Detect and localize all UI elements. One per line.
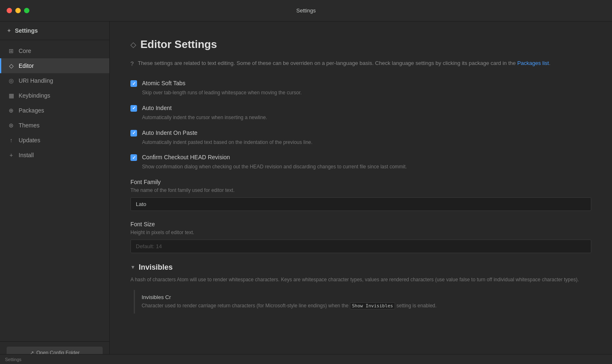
sub-setting-invisibles-cr: Invisibles Cr Character used to render c…: [134, 290, 591, 314]
page-title: Editor Settings: [140, 38, 217, 51]
sidebar-item-label: Updates: [19, 137, 40, 144]
sidebar-item-install[interactable]: + Install: [0, 148, 109, 163]
invisibles-title: Invisibles: [139, 263, 173, 272]
settings-icon: ✦: [7, 27, 12, 34]
confirm-checkout-label: Confirm Checkout HEAD Revision: [142, 154, 230, 160]
info-text: These settings are related to text editi…: [138, 60, 516, 66]
setting-confirm-checkout: Confirm Checkout HEAD Revision Show conf…: [130, 154, 591, 170]
confirm-checkout-description: Show confirmation dialog when checking o…: [130, 163, 591, 170]
font-family-input[interactable]: [130, 197, 591, 211]
auto-indent-checkbox[interactable]: [130, 105, 137, 112]
checkbox-row: Auto Indent On Paste: [130, 129, 591, 136]
sidebar-nav: ⊞ Core ◇ Editor ◎ URI Handling ▦ Keybind…: [0, 40, 109, 341]
atomic-soft-tabs-checkbox[interactable]: [130, 80, 137, 87]
status-bar-text: Settings: [5, 357, 22, 362]
sidebar-item-keybindings[interactable]: ▦ Keybindings: [0, 88, 109, 103]
updates-icon: ↑: [8, 137, 14, 144]
invisibles-cr-label: Invisibles Cr: [142, 294, 585, 300]
info-block: ? These settings are related to text edi…: [130, 59, 591, 68]
invisibles-cr-text-before: Character used to render carriage return…: [142, 303, 349, 309]
sidebar-item-label: Install: [19, 152, 34, 158]
sidebar-header: ✦ Settings: [0, 22, 109, 40]
sidebar-item-label: Editor: [19, 62, 34, 69]
checkbox-row: Atomic Soft Tabs: [130, 80, 591, 87]
sidebar-item-editor[interactable]: ◇ Editor: [0, 58, 109, 73]
traffic-lights: [7, 8, 29, 13]
maximize-button[interactable]: [24, 8, 29, 13]
auto-indent-description: Automatically indent the cursor when ins…: [130, 114, 591, 121]
sidebar-item-packages[interactable]: ⊕ Packages: [0, 103, 109, 118]
font-family-description: The name of the font family used for edi…: [130, 187, 591, 194]
sidebar-item-updates[interactable]: ↑ Updates: [0, 133, 109, 148]
close-button[interactable]: [7, 8, 12, 13]
sidebar-item-themes[interactable]: ⊛ Themes: [0, 118, 109, 133]
sidebar-item-label: Themes: [19, 122, 40, 129]
main-content: ◇ Editor Settings ? These settings are r…: [110, 22, 612, 364]
packages-link[interactable]: Packages list: [517, 60, 549, 66]
auto-indent-on-paste-description: Automatically indent pasted text based o…: [130, 139, 591, 146]
keybindings-icon: ▦: [8, 92, 14, 99]
status-bar: Settings: [0, 354, 612, 364]
font-family-label: Font Family: [130, 179, 591, 185]
setting-auto-indent: Auto Indent Automatically indent the cur…: [130, 105, 591, 121]
sidebar-item-label: Keybindings: [19, 92, 50, 99]
editor-settings-icon: ◇: [130, 40, 136, 49]
atomic-soft-tabs-label: Atomic Soft Tabs: [142, 80, 186, 86]
install-icon: +: [8, 152, 14, 158]
setting-font-family: Font Family The name of the font family …: [130, 179, 591, 211]
confirm-checkout-checkbox[interactable]: [130, 154, 137, 161]
invisibles-chevron-icon: ▼: [130, 264, 135, 270]
sidebar-item-core[interactable]: ⊞ Core: [0, 43, 109, 58]
window-chrome: Settings: [0, 0, 612, 22]
font-size-description: Height in pixels of editor text.: [130, 229, 591, 236]
invisibles-cr-description: Character used to render carriage return…: [142, 302, 585, 310]
show-invisibles-code: Show Invisibles: [350, 302, 395, 309]
auto-indent-on-paste-checkbox[interactable]: [130, 130, 137, 136]
editor-icon: ◇: [8, 62, 14, 69]
sidebar-item-label: Core: [19, 48, 31, 54]
checkbox-row: Auto Indent: [130, 105, 591, 112]
setting-auto-indent-on-paste: Auto Indent On Paste Automatically inden…: [130, 129, 591, 146]
setting-atomic-soft-tabs: Atomic Soft Tabs Skip over tab-length ru…: [130, 80, 591, 96]
invisibles-cr-text-after: setting is enabled.: [397, 303, 437, 309]
atomic-soft-tabs-description: Skip over tab-length runs of leading whi…: [130, 89, 591, 96]
minimize-button[interactable]: [15, 8, 21, 13]
page-header: ◇ Editor Settings: [130, 38, 591, 51]
sidebar-item-label: Packages: [19, 107, 44, 114]
checkbox-row: Confirm Checkout HEAD Revision: [130, 154, 591, 161]
sidebar-item-label: URI Handling: [19, 77, 53, 84]
sidebar-item-uri-handling[interactable]: ◎ URI Handling: [0, 73, 109, 88]
themes-icon: ⊛: [8, 122, 14, 129]
sidebar-title: Settings: [15, 27, 38, 34]
info-icon: ?: [130, 60, 134, 68]
core-icon: ⊞: [8, 48, 14, 54]
info-text-container: These settings are related to text editi…: [138, 59, 551, 67]
font-size-label: Font Size: [130, 221, 591, 228]
app-layout: ✦ Settings ⊞ Core ◇ Editor ◎ URI Handlin…: [0, 22, 612, 364]
packages-icon: ⊕: [8, 107, 14, 114]
invisibles-description: A hash of characters Atom will use to re…: [130, 276, 591, 283]
invisibles-section-header: ▼ Invisibles: [130, 263, 591, 272]
auto-indent-on-paste-label: Auto Indent On Paste: [142, 129, 198, 136]
uri-icon: ◎: [8, 77, 14, 84]
setting-font-size: Font Size Height in pixels of editor tex…: [130, 221, 591, 253]
sidebar: ✦ Settings ⊞ Core ◇ Editor ◎ URI Handlin…: [0, 22, 110, 364]
window-title: Settings: [296, 7, 316, 14]
auto-indent-label: Auto Indent: [142, 105, 172, 111]
font-size-input[interactable]: [130, 239, 591, 253]
